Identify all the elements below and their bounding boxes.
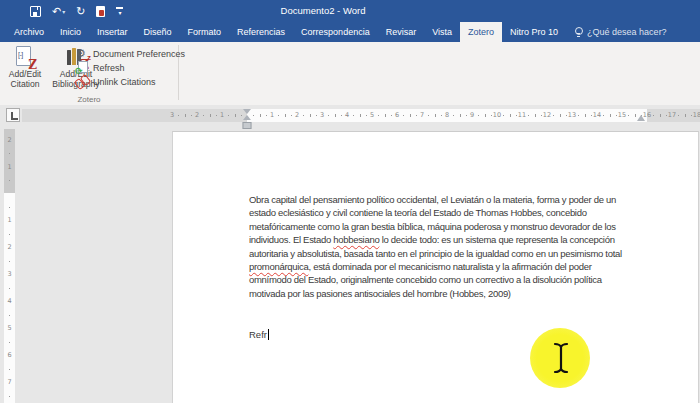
tab-formato[interactable]: Formato xyxy=(180,22,230,42)
typed-text-line: Refr xyxy=(249,329,269,340)
ruler-number: 6 xyxy=(4,352,15,359)
ruler-number: 13 xyxy=(568,112,576,119)
ruler-number: 2 xyxy=(4,137,15,144)
ruler-dot xyxy=(216,115,217,116)
ruler-number: 17 xyxy=(668,112,676,119)
ruler-tick xyxy=(560,114,561,117)
ruler-dot xyxy=(566,115,567,116)
ruler-tick xyxy=(685,114,686,117)
ruler-dot xyxy=(278,115,279,116)
ruler-number: 4 xyxy=(345,112,349,119)
undo-icon[interactable]: ↶▾ xyxy=(52,6,65,17)
ruler-tick xyxy=(260,114,261,117)
ruler-number: 5 xyxy=(4,325,15,332)
help-search[interactable]: ¿Qué desea hacer? xyxy=(566,22,675,42)
redo-icon[interactable]: ↻ xyxy=(76,6,85,17)
left-indent-marker[interactable] xyxy=(243,122,252,129)
ruler-tick xyxy=(610,114,611,117)
first-line-indent-marker[interactable] xyxy=(243,109,251,114)
ibeam-cursor xyxy=(552,342,570,374)
ruler-dot xyxy=(9,207,10,208)
right-indent-marker[interactable] xyxy=(637,115,645,121)
nitro-pdf-icon[interactable] xyxy=(96,6,105,17)
ruler-dot xyxy=(453,115,454,116)
tab-referencias[interactable]: Referencias xyxy=(229,22,293,42)
paragraph-line: autoritaria y absolutista, basada tanto … xyxy=(249,247,622,260)
ruler-tick xyxy=(635,114,636,117)
misspelled-word: hobbesiano xyxy=(333,234,379,245)
ruler-number: 1 xyxy=(270,112,274,119)
ruler-number: 14 xyxy=(593,112,601,119)
ruler-dot xyxy=(316,115,317,116)
gear-icon: z xyxy=(76,47,89,60)
qat-customize-icon[interactable]: ▾ xyxy=(116,7,123,15)
tab-archivo[interactable]: Archivo xyxy=(6,22,52,42)
tab-stop-selector[interactable] xyxy=(6,108,20,122)
ruler-tick xyxy=(510,114,511,117)
ruler-tick xyxy=(210,114,211,117)
ruler-dot xyxy=(491,115,492,116)
tab-insertar[interactable]: Insertar xyxy=(89,22,136,42)
ruler-tick xyxy=(410,114,411,117)
ruler-dot xyxy=(9,315,10,316)
button-unlink-citations[interactable]: Unlink Citations xyxy=(76,75,156,88)
ruler-dot xyxy=(503,115,504,116)
vertical-ruler[interactable]: 211234567 xyxy=(4,129,15,403)
ruler-tick xyxy=(460,114,461,117)
tab-vista[interactable]: Vista xyxy=(424,22,460,42)
ruler-number: 1 xyxy=(4,217,15,224)
ruler-number: 9 xyxy=(470,112,474,119)
tab-zotero[interactable]: Zotero xyxy=(460,22,502,42)
ruler-tick xyxy=(485,114,486,117)
ruler-dot xyxy=(541,115,542,116)
titlebar: Documento2 - Word ↶▾ ↻ ▾ xyxy=(0,0,700,22)
ruler-tick xyxy=(310,114,311,117)
document-area: 321123456789101112131415161718 211234567… xyxy=(0,105,700,403)
document-page[interactable]: Obra capital del pensamiento político oc… xyxy=(172,131,699,403)
small-button-label: Unlink Citations xyxy=(93,77,156,87)
paragraph-line: individuos. El Estado hobbesiano lo deci… xyxy=(249,233,622,246)
ruler-dot xyxy=(553,115,554,116)
ruler-number: 1 xyxy=(4,164,15,171)
ruler-dot xyxy=(178,115,179,116)
ribbon: Zotero [-]ZAdd/EditCitationZAdd/EditBibl… xyxy=(0,42,700,106)
ruler-number: 2 xyxy=(195,112,199,119)
ruler-dot xyxy=(378,115,379,116)
ruler-dot xyxy=(616,115,617,116)
button-citation[interactable]: [-]ZAdd/EditCitation xyxy=(6,45,44,99)
quick-access-toolbar: ↶▾ ↻ ▾ xyxy=(30,0,123,22)
ruler-dot xyxy=(328,115,329,116)
paragraph: Obra capital del pensamiento político oc… xyxy=(249,193,622,300)
paragraph-line: motivada por las pasiones antisociales d… xyxy=(249,287,622,300)
ruler-number: 3 xyxy=(320,112,324,119)
ruler-number: 18 xyxy=(693,112,700,119)
tab-revisar[interactable]: Revisar xyxy=(378,22,425,42)
ruler-dot xyxy=(228,115,229,116)
ruler-dot xyxy=(441,115,442,116)
lightbulb-icon xyxy=(574,27,583,38)
ruler-tick xyxy=(535,114,536,117)
ruler-dot xyxy=(366,115,367,116)
button-refresh[interactable]: Refresh xyxy=(76,61,125,74)
horizontal-ruler[interactable]: 321123456789101112131415161718 xyxy=(22,109,700,122)
ruler-dot xyxy=(253,115,254,116)
ruler-dot xyxy=(578,115,579,116)
tab-inicio[interactable]: Inicio xyxy=(52,22,89,42)
hanging-indent-marker[interactable] xyxy=(243,115,251,120)
ruler-number: 4 xyxy=(4,298,15,305)
ruler-dot xyxy=(466,115,467,116)
ruler-tick xyxy=(660,114,661,117)
ruler-tick xyxy=(585,114,586,117)
save-icon[interactable] xyxy=(30,6,41,17)
ruler-tick xyxy=(385,114,386,117)
refresh-icon xyxy=(76,61,89,74)
small-button-label: Refresh xyxy=(93,63,125,73)
ruler-number: 10 xyxy=(493,112,501,119)
tab-diseno[interactable]: Diseño xyxy=(136,22,180,42)
tab-nitro-pro-10[interactable]: Nitro Pro 10 xyxy=(502,22,566,42)
ruler-dot xyxy=(9,342,10,343)
tab-correspondencia[interactable]: Correspondencia xyxy=(293,22,378,42)
typed-text: Refr xyxy=(249,329,267,340)
button-document-preferences[interactable]: zDocument Preferences xyxy=(76,47,185,60)
ruler-dot xyxy=(666,115,667,116)
